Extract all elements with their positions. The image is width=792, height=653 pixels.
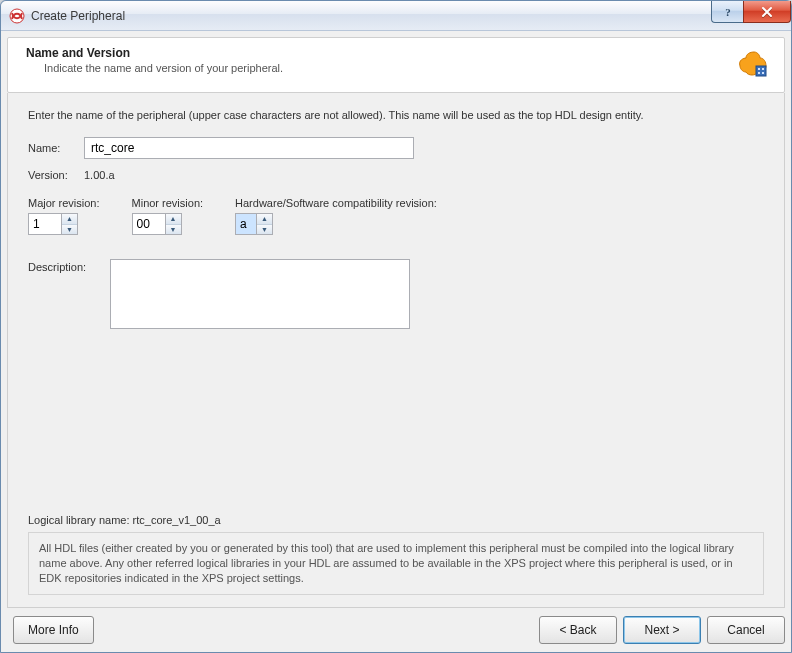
compat-revision-group: Hardware/Software compatibility revision…	[235, 197, 437, 235]
libname-label: Logical library name:	[28, 514, 130, 526]
dialog-window: Create Peripheral ? Name and Version Ind…	[0, 0, 792, 653]
titlebar[interactable]: Create Peripheral ?	[1, 1, 791, 31]
header-panel: Name and Version Indicate the name and v…	[7, 37, 785, 93]
svg-rect-4	[762, 68, 764, 70]
window-title: Create Peripheral	[31, 9, 125, 23]
revision-group: Major revision: ▲ ▼ Minor revision: ▲ ▼	[28, 197, 764, 235]
chevron-down-icon[interactable]: ▼	[62, 225, 77, 235]
name-input[interactable]	[84, 137, 414, 159]
major-revision-group: Major revision: ▲ ▼	[28, 197, 100, 235]
major-revision-arrows: ▲ ▼	[62, 213, 78, 235]
svg-rect-6	[762, 72, 764, 74]
chevron-up-icon[interactable]: ▲	[166, 214, 181, 225]
body-spacer	[28, 329, 764, 514]
svg-rect-5	[758, 72, 760, 74]
compat-revision-spinner[interactable]: ▲ ▼	[235, 213, 437, 235]
compat-revision-input[interactable]	[235, 213, 257, 235]
window-controls: ?	[711, 1, 791, 23]
svg-text:?: ?	[725, 6, 731, 18]
logical-library-name: Logical library name: rtc_core_v1_00_a	[28, 514, 764, 526]
version-label: Version:	[28, 169, 84, 181]
minor-revision-label: Minor revision:	[132, 197, 204, 209]
body-panel: Enter the name of the peripheral (upper …	[7, 93, 785, 608]
library-note: All HDL files (either created by you or …	[28, 532, 764, 595]
chevron-down-icon[interactable]: ▼	[257, 225, 272, 235]
minor-revision-group: Minor revision: ▲ ▼	[132, 197, 204, 235]
footer-right: < Back Next > Cancel	[533, 616, 785, 644]
description-row: Description:	[28, 259, 764, 329]
svg-rect-2	[756, 66, 766, 76]
description-label: Description:	[28, 259, 100, 273]
major-revision-spinner[interactable]: ▲ ▼	[28, 213, 100, 235]
header-subtitle: Indicate the name and version of your pe…	[44, 62, 726, 74]
description-textarea[interactable]	[110, 259, 410, 329]
minor-revision-spinner[interactable]: ▲ ▼	[132, 213, 204, 235]
back-button[interactable]: < Back	[539, 616, 617, 644]
cancel-button[interactable]: Cancel	[707, 616, 785, 644]
svg-point-0	[10, 9, 24, 23]
minor-revision-arrows: ▲ ▼	[166, 213, 182, 235]
header-text: Name and Version Indicate the name and v…	[26, 46, 726, 74]
app-icon	[9, 8, 25, 24]
name-label: Name:	[28, 142, 84, 154]
compat-revision-arrows: ▲ ▼	[257, 213, 273, 235]
version-value: 1.00.a	[84, 169, 115, 181]
close-button[interactable]	[743, 1, 791, 23]
name-row: Name:	[28, 137, 764, 159]
major-revision-label: Major revision:	[28, 197, 100, 209]
wizard-icon	[736, 46, 772, 82]
libname-value: rtc_core_v1_00_a	[133, 514, 221, 526]
major-revision-input[interactable]	[28, 213, 62, 235]
header-title: Name and Version	[26, 46, 726, 60]
more-info-button[interactable]: More Info	[13, 616, 94, 644]
chevron-up-icon[interactable]: ▲	[257, 214, 272, 225]
chevron-down-icon[interactable]: ▼	[166, 225, 181, 235]
next-button[interactable]: Next >	[623, 616, 701, 644]
compat-revision-label: Hardware/Software compatibility revision…	[235, 197, 437, 209]
svg-rect-3	[758, 68, 760, 70]
intro-text: Enter the name of the peripheral (upper …	[28, 109, 764, 121]
minor-revision-input[interactable]	[132, 213, 166, 235]
footer: More Info < Back Next > Cancel	[7, 616, 785, 644]
version-row: Version: 1.00.a	[28, 169, 764, 181]
help-button[interactable]: ?	[711, 1, 743, 23]
chevron-up-icon[interactable]: ▲	[62, 214, 77, 225]
